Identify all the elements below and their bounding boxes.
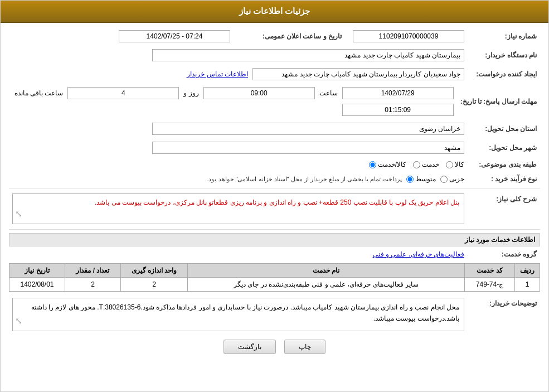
contact-info-link[interactable]: اطلاعات تماس خریدار [187,70,248,78]
need-number-label: شماره نیاز: [468,28,540,44]
announce-date-value: 1402/07/25 - 07:24 [119,30,230,42]
deadline-remaining-label: ساعت باقی مانده [14,89,64,97]
category-khedmat-label: خدمت [422,161,439,168]
col-count: تعداد / مقدار [65,264,121,278]
service-group-label: گروه خدمت: [468,249,540,260]
deadline-time-label: ساعت [319,89,338,97]
col-service-name: نام خدمت [188,264,465,278]
need-description-box: پنل اعلام حریق یک لوپ با قابلیت نصب 250 … [12,193,464,224]
process-motavasset-item[interactable]: متوسط [406,175,436,183]
process-note: پرداخت تمام یا بخشی از مبلغ خریدار از مح… [207,176,402,183]
cell-row-num: 1 [515,278,540,292]
creator-value: جواد سعیدیان کاربردار بیمارستان شهید کام… [252,68,464,80]
buyer-org-value: بیمارستان شهید کامیاب چارت جدید مشهد [152,49,464,61]
category-kala-khedmat-radio[interactable] [369,161,376,168]
process-motavasset-label: متوسط [415,175,436,183]
page-title: جزئیات اطلاعات نیاز [239,6,310,16]
province-label: استان محل تحویل: [468,121,540,137]
creator-label: ایجاد کننده درخواست: [468,66,540,82]
page-header: جزئیات اطلاعات نیاز [1,1,548,23]
buyer-org-label: نام دستگاه خریدار: [468,47,540,63]
resize-icon-2: ⤡ [15,313,22,328]
buyer-notes-label: توضیحات خریدار: [468,296,540,333]
process-motavasset-radio[interactable] [406,176,414,183]
category-kala-radio[interactable] [446,161,453,168]
category-khedmat-radio[interactable] [413,161,420,168]
need-desc-wrapper: پنل اعلام حریق یک لوپ با قابلیت نصب 250 … [12,193,464,224]
announce-date-label: تاریخ و ساعت اعلان عمومی: [234,28,345,44]
print-button[interactable]: چاپ [284,340,325,354]
deadline-days: 4 [67,87,179,99]
need-desc-label: شرح کلی نیاز: [468,192,540,226]
col-date: تاریخ نیاز [9,264,65,278]
deadline-date: 1402/07/29 [342,87,454,99]
category-radio-group: کالا خدمت کالا/خدمت [12,161,464,168]
divider-2 [9,229,540,230]
col-service-code: کد خدمت [465,264,515,278]
deadline-time: 09:00 [203,87,315,99]
service-group-value[interactable]: فعالیت‌های حرفه‌ای، علمی و فنی [373,250,464,258]
col-unit: واحد اندازه گیری [121,264,188,278]
province-value: خراسان رضوی [152,123,464,135]
deadline-label: مهلت ارسال پاسخ: تا تاریخ: [457,85,540,118]
button-row: چاپ بازگشت [9,340,540,354]
process-jozvi-radio[interactable] [440,176,448,183]
need-number-value: 1102091070000039 [353,30,464,42]
process-jozvi-label: جزیی [449,175,464,183]
category-kala-khedmat-item[interactable]: کالا/خدمت [369,161,406,168]
city-label: شهر محل تحویل: [468,140,540,156]
resize-icon: ⤡ [15,207,22,221]
services-table: ردیف کد خدمت نام خدمت واحد اندازه گیری ت… [9,263,540,292]
divider-1 [9,188,540,188]
process-jozvi-item[interactable]: جزیی [440,175,464,183]
deadline-remaining: 01:15:09 [342,104,454,116]
buyer-notes-box: محل انجام نصب و راه اندازی بیمارستان شهی… [12,298,464,331]
category-kala-item[interactable]: کالا [446,161,464,168]
cell-count: 2 [65,278,121,292]
cell-date: 1402/08/01 [9,278,65,292]
cell-unit: 2 [121,278,188,292]
category-kala-label: کالا [455,161,464,168]
cell-service-code: ج-74-749 [465,278,515,292]
cell-service-name: سایر فعالیت‌های حرفه‌ای، علمی و فنی طبقه… [188,278,465,292]
category-khedmat-item[interactable]: خدمت [413,161,439,168]
need-description-text: پنل اعلام حریق یک لوپ با قابلیت نصب 250 … [95,199,459,206]
category-kala-khedmat-label: کالا/خدمت [378,161,406,168]
deadline-days-label: روز و [183,89,198,97]
buyer-notes-text: محل انجام نصب و راه اندازی بیمارستان شهی… [31,303,459,322]
category-label: طبقه بندی موضوعی: [468,159,540,170]
back-button[interactable]: بازگشت [224,340,276,354]
table-row: 1 ج-74-749 سایر فعالیت‌های حرفه‌ای، علمی… [9,278,540,292]
services-section-title: اطلاعات خدمات مورد نیاز [9,233,540,246]
process-type-label: نوع فرآیند خرید : [468,173,540,185]
city-value: مشهد [152,142,464,154]
col-row-num: ردیف [515,264,540,278]
buyer-notes-wrapper: محل انجام نصب و راه اندازی بیمارستان شهی… [12,298,464,331]
